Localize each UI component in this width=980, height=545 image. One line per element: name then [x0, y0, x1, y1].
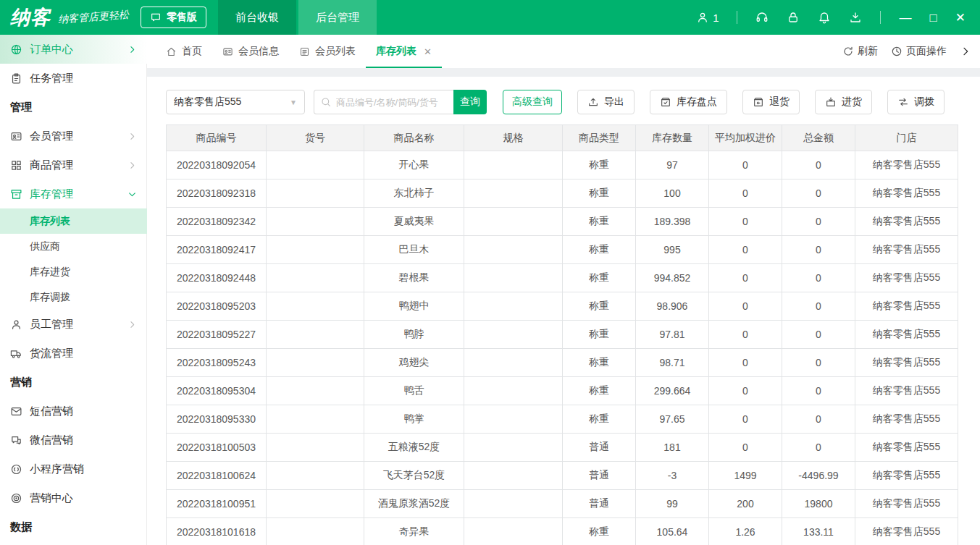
- store-select-value: 纳客零售店555: [174, 96, 241, 109]
- sidebar-item-sms-marketing[interactable]: 短信营销: [0, 397, 147, 426]
- table-row[interactable]: 20220318100951酒鬼原浆酒52度普通9920019800纳客零售店5…: [167, 490, 958, 518]
- table-cell: 0: [709, 349, 782, 377]
- table-cell: 98.906: [636, 292, 709, 321]
- table-cell: [267, 292, 364, 321]
- sidebar-subitem-inventory-purchase[interactable]: 库存进货: [0, 259, 147, 284]
- sidebar-item-label: 微信营销: [30, 434, 137, 447]
- table-row[interactable]: 20220318095330鸭掌称重97.6500纳客零售店555: [167, 405, 958, 434]
- headset-button[interactable]: [755, 11, 768, 24]
- sidebar: 订单中心任务管理管理会员管理商品管理库存管理库存列表供应商库存进货库存调拨员工管…: [0, 35, 147, 545]
- sidebar-item-wechat-marketing[interactable]: 微信营销: [0, 426, 147, 455]
- button-label: 库存盘点: [677, 96, 717, 109]
- sidebar-item-staff-management[interactable]: 员工管理: [0, 310, 147, 339]
- table-cell: [464, 462, 563, 490]
- tab-home[interactable]: 首页: [156, 35, 212, 68]
- return-button[interactable]: 退货: [742, 90, 800, 114]
- stocktake-icon: [660, 96, 671, 108]
- bell-button[interactable]: [818, 11, 831, 24]
- table-cell: 19800: [782, 490, 855, 518]
- transfer-button[interactable]: 调拨: [887, 90, 945, 114]
- page-ops-button[interactable]: 页面操作: [891, 45, 947, 58]
- table-cell: 纳客零售店555: [855, 321, 958, 349]
- table-cell: 称重: [563, 151, 636, 179]
- purchase-button[interactable]: 进货: [815, 90, 872, 114]
- table-row[interactable]: 20220318095203鸭翅中称重98.90600纳客零售店555: [167, 292, 958, 321]
- table-cell: [267, 518, 364, 545]
- table-cell: 普通: [563, 462, 636, 490]
- close-button[interactable]: ✕: [955, 12, 966, 24]
- table-cell: 鸭舌: [364, 377, 464, 405]
- table-cell: 称重: [563, 236, 636, 264]
- tab-member-list[interactable]: 会员列表: [289, 35, 366, 68]
- sidebar-item-marketing-center[interactable]: 营销中心: [0, 483, 147, 512]
- table-cell: 纳客零售店555: [855, 349, 958, 377]
- table-cell: 飞天茅台52度: [364, 462, 464, 490]
- chevron-right-icon: [127, 45, 137, 54]
- table-cell: 0: [709, 208, 782, 236]
- sidebar-item-member-management[interactable]: 会员管理: [0, 122, 147, 151]
- sidebar-item-label: 任务管理: [30, 72, 137, 85]
- search-input[interactable]: [336, 97, 448, 108]
- table-cell: 20220318092342: [167, 208, 267, 236]
- table-cell: 纳客零售店555: [855, 179, 958, 208]
- sidebar-item-inventory-management[interactable]: 库存管理: [0, 179, 147, 208]
- sidebar-item-order-center[interactable]: 订单中心: [0, 35, 147, 64]
- chevron-right-icon: [127, 132, 137, 141]
- download-button[interactable]: [849, 11, 862, 24]
- minimize-button[interactable]: —: [899, 12, 911, 24]
- header-nav-back-admin[interactable]: 后台管理: [298, 0, 377, 35]
- button-label: 进货: [842, 96, 862, 109]
- export-button[interactable]: 导出: [577, 90, 635, 114]
- table-cell: 0: [709, 292, 782, 321]
- table-cell: 0: [782, 179, 855, 208]
- user-count-button[interactable]: 1: [696, 11, 719, 24]
- chevron-right-icon: [127, 320, 137, 329]
- column-header: 门店: [855, 125, 958, 151]
- store-select[interactable]: 纳客零售店555 ▼: [166, 90, 305, 114]
- table-cell: 20220318092318: [167, 179, 267, 208]
- action-buttons: 导出库存盘点退货进货调拨: [562, 90, 945, 114]
- table-row[interactable]: 20220318095227鸭脖称重97.8100纳客零售店555: [167, 321, 958, 349]
- sidebar-item-logistics-management[interactable]: 货流管理: [0, 339, 147, 368]
- close-tab-icon[interactable]: ✕: [424, 46, 432, 57]
- chevron-down-icon: [127, 190, 137, 199]
- table-cell: 纳客零售店555: [855, 292, 958, 321]
- table-row[interactable]: 20220318092448碧根果称重994.85200纳客零售店555: [167, 264, 958, 292]
- sidebar-item-product-management[interactable]: 商品管理: [0, 151, 147, 179]
- lock-button[interactable]: [787, 11, 800, 24]
- chevron-right-icon[interactable]: [960, 46, 971, 57]
- sidebar-subitem-inventory-list[interactable]: 库存列表: [0, 208, 147, 234]
- person-icon: [696, 11, 709, 24]
- sidebar-item-miniprogram-marketing[interactable]: 小程序营销: [0, 455, 147, 483]
- table-row[interactable]: 20220318095304鸭舌称重299.66400纳客零售店555: [167, 377, 958, 405]
- maximize-button-glyph: □: [929, 12, 937, 24]
- sidebar-item-task-management[interactable]: 任务管理: [0, 64, 147, 93]
- table-row[interactable]: 20220318101618奇异果称重105.641.26133.11纳客零售店…: [167, 518, 958, 545]
- query-button[interactable]: 查询: [453, 90, 487, 114]
- inventory-table: 商品编号货号商品名称规格商品类型库存数量平均加权进价总金额门店 20220318…: [166, 124, 958, 545]
- maximize-button[interactable]: □: [929, 12, 937, 24]
- sidebar-subitem-supplier[interactable]: 供应商: [0, 234, 147, 259]
- table-row[interactable]: 20220318100624飞天茅台52度普通-31499-4496.99纳客零…: [167, 462, 958, 490]
- table-cell: 0: [709, 405, 782, 434]
- header-nav-front-cashier[interactable]: 前台收银: [218, 0, 296, 35]
- table-row[interactable]: 20220318092054开心果称重9700纳客零售店555: [167, 151, 958, 179]
- table-row[interactable]: 20220318095243鸡翅尖称重98.7100纳客零售店555: [167, 349, 958, 377]
- table-cell: 994.852: [636, 264, 709, 292]
- table-cell: [464, 236, 563, 264]
- table-row[interactable]: 20220318092318东北柿子称重10000纳客零售店555: [167, 179, 958, 208]
- table-row[interactable]: 20220318092342夏威夷果称重189.39800纳客零售店555: [167, 208, 958, 236]
- table-row[interactable]: 20220318092417巴旦木称重99500纳客零售店555: [167, 236, 958, 264]
- tab-inventory-list[interactable]: 库存列表✕: [366, 35, 442, 68]
- sidebar-item-label: 小程序营销: [30, 462, 137, 476]
- table-cell: [464, 518, 563, 545]
- refresh-button[interactable]: 刷新: [842, 45, 878, 58]
- tab-bar: 首页会员信息会员列表库存列表✕ 刷新 页面操作: [147, 35, 980, 68]
- table-row[interactable]: 20220318100503五粮液52度普通18100纳客零售店555: [167, 434, 958, 462]
- table-cell: 0: [782, 208, 855, 236]
- advanced-query-button[interactable]: 高级查询: [503, 90, 562, 114]
- sidebar-subitem-inventory-transfer[interactable]: 库存调拨: [0, 284, 147, 310]
- table-cell: 20220318100624: [167, 462, 267, 490]
- tab-member-info[interactable]: 会员信息: [212, 35, 289, 68]
- stocktake-button[interactable]: 库存盘点: [650, 90, 727, 114]
